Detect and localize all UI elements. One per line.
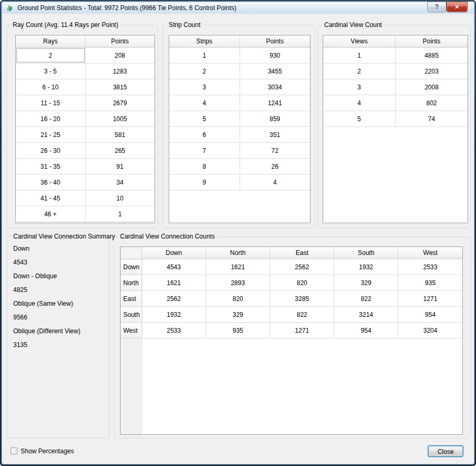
- views-cell[interactable]: 2: [323, 63, 396, 79]
- ray-range-cell[interactable]: 21 - 25: [16, 127, 85, 143]
- matrix-count-cell[interactable]: 1271: [398, 291, 462, 307]
- points-cell[interactable]: 26: [240, 159, 310, 175]
- matrix-count-cell[interactable]: 954: [334, 323, 398, 339]
- points-cell[interactable]: 2679: [85, 95, 154, 111]
- points-cell[interactable]: 10: [85, 190, 154, 206]
- points-cell[interactable]: 802: [396, 95, 468, 111]
- matrix-count-cell[interactable]: 820: [270, 275, 334, 291]
- column-header-views[interactable]: Views: [323, 35, 396, 48]
- column-header-north[interactable]: North: [206, 247, 270, 259]
- matrix-count-cell[interactable]: 2562: [270, 259, 334, 275]
- matrix-count-cell[interactable]: 2562: [142, 291, 206, 307]
- points-cell[interactable]: 91: [85, 159, 154, 175]
- column-header-down[interactable]: Down: [142, 247, 206, 259]
- matrix-count-cell[interactable]: 329: [334, 275, 398, 291]
- close-button[interactable]: Close: [428, 445, 463, 457]
- views-cell[interactable]: 5: [323, 111, 396, 127]
- strip-cell[interactable]: 3: [169, 79, 240, 95]
- ray-range-cell[interactable]: 26 - 30: [16, 143, 85, 159]
- views-cell[interactable]: 1: [323, 48, 396, 63]
- ray-range-cell[interactable]: 16 - 20: [16, 111, 85, 127]
- strip-cell[interactable]: 2: [169, 63, 240, 79]
- points-cell[interactable]: 4: [240, 175, 310, 190]
- column-header-rays[interactable]: Rays: [16, 35, 85, 48]
- summary-value: 3135: [13, 338, 107, 352]
- column-header-points[interactable]: Points: [240, 35, 310, 48]
- points-cell[interactable]: 208: [85, 48, 154, 63]
- matrix-count-cell[interactable]: 822: [334, 291, 398, 307]
- strip-cell[interactable]: 9: [169, 175, 240, 190]
- strip-cell[interactable]: 6: [169, 127, 240, 143]
- points-cell[interactable]: 265: [85, 143, 154, 159]
- matrix-count-cell[interactable]: 954: [398, 307, 462, 323]
- ray-range-cell[interactable]: 2: [16, 48, 85, 63]
- points-cell[interactable]: 74: [396, 111, 468, 127]
- matrix-count-cell[interactable]: 3285: [270, 291, 334, 307]
- points-cell[interactable]: 3455: [240, 63, 310, 79]
- matrix-count-cell[interactable]: 2533: [398, 259, 462, 275]
- ray-range-cell[interactable]: 11 - 15: [16, 95, 85, 111]
- ray-range-cell[interactable]: 31 - 35: [16, 159, 85, 175]
- points-cell[interactable]: 859: [240, 111, 310, 127]
- table-row: 3 - 51283: [16, 63, 154, 79]
- strip-cell[interactable]: 1: [169, 48, 240, 63]
- ray-range-cell[interactable]: 3 - 5: [16, 63, 85, 79]
- matrix-count-cell[interactable]: 2533: [142, 323, 206, 339]
- matrix-count-cell[interactable]: 822: [270, 307, 334, 323]
- row-header-cell[interactable]: Down: [121, 259, 142, 275]
- points-cell[interactable]: 1283: [85, 63, 154, 79]
- matrix-count-cell[interactable]: 4543: [142, 259, 206, 275]
- matrix-count-cell[interactable]: 1271: [270, 323, 334, 339]
- points-cell[interactable]: 1005: [85, 111, 154, 127]
- table-row: East256282032858221271: [121, 291, 462, 307]
- points-cell[interactable]: 3034: [240, 79, 310, 95]
- points-cell[interactable]: 34: [85, 175, 154, 190]
- column-header-west[interactable]: West: [398, 247, 462, 259]
- strip-cell[interactable]: 4: [169, 95, 240, 111]
- help-button[interactable]: ?: [427, 2, 446, 12]
- row-header-cell[interactable]: East: [121, 291, 142, 307]
- ray-range-cell[interactable]: 41 - 45: [16, 190, 85, 206]
- show-percentages-checkbox[interactable]: [11, 447, 17, 454]
- matrix-count-cell[interactable]: 935: [206, 323, 270, 339]
- ray-range-cell[interactable]: 36 - 40: [16, 175, 85, 190]
- matrix-count-cell[interactable]: 1932: [142, 307, 206, 323]
- points-cell[interactable]: 3815: [85, 79, 154, 95]
- titlebar[interactable]: Ground Point Statistics - Total: 9972 Po…: [2, 2, 474, 14]
- row-header-cell[interactable]: West: [121, 323, 142, 339]
- points-cell[interactable]: 1241: [240, 95, 310, 111]
- points-cell[interactable]: 2203: [396, 63, 468, 79]
- points-cell[interactable]: 930: [240, 48, 310, 63]
- row-header-cell[interactable]: South: [121, 307, 142, 323]
- matrix-count-cell[interactable]: 1621: [206, 259, 270, 275]
- points-cell[interactable]: 2008: [396, 79, 468, 95]
- views-cell[interactable]: 3: [323, 79, 396, 95]
- column-header-south[interactable]: South: [334, 247, 398, 259]
- matrix-count-cell[interactable]: 2893: [206, 275, 270, 291]
- points-cell[interactable]: 1: [85, 206, 154, 222]
- matrix-count-cell[interactable]: 3204: [398, 323, 462, 339]
- matrix-count-cell[interactable]: 3214: [334, 307, 398, 323]
- column-header-strips[interactable]: Strips: [169, 35, 240, 48]
- matrix-count-cell[interactable]: 820: [206, 291, 270, 307]
- ray-range-cell[interactable]: 6 - 10: [16, 79, 85, 95]
- column-header-points[interactable]: Points: [85, 35, 154, 48]
- strip-cell[interactable]: 7: [169, 143, 240, 159]
- matrix-count-cell[interactable]: 1621: [142, 275, 206, 291]
- ray-range-cell[interactable]: 46 +: [16, 206, 85, 222]
- table-row: 22203: [323, 63, 468, 79]
- strip-cell[interactable]: 8: [169, 159, 240, 175]
- matrix-count-cell[interactable]: 329: [206, 307, 270, 323]
- column-header-east[interactable]: East: [270, 247, 334, 259]
- row-header-cell[interactable]: North: [121, 275, 142, 291]
- views-cell[interactable]: 4: [323, 95, 396, 111]
- column-header-points[interactable]: Points: [396, 35, 468, 48]
- matrix-count-cell[interactable]: 1932: [334, 259, 398, 275]
- window-close-button[interactable]: ✕: [446, 2, 468, 12]
- points-cell[interactable]: 72: [240, 143, 310, 159]
- matrix-count-cell[interactable]: 935: [398, 275, 462, 291]
- points-cell[interactable]: 351: [240, 127, 310, 143]
- strip-cell[interactable]: 5: [169, 111, 240, 127]
- points-cell[interactable]: 4885: [396, 48, 468, 63]
- points-cell[interactable]: 581: [85, 127, 154, 143]
